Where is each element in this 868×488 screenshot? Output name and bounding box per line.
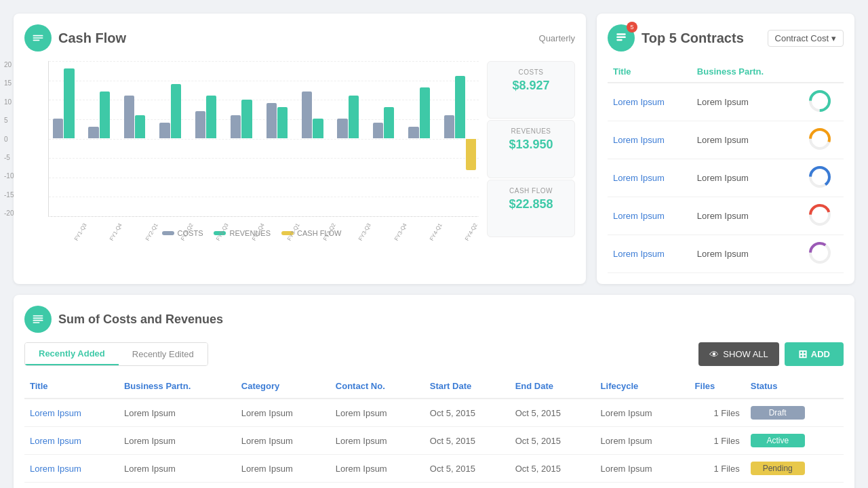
contract-donut: [796, 197, 844, 235]
contract-title[interactable]: Lorem Ipsum: [608, 235, 692, 273]
svg-rect-17: [33, 318, 43, 319]
contract-donut: [796, 121, 844, 159]
row-category: Lorem Ipsum: [236, 455, 330, 483]
row-category: Lorem Ipsum: [236, 483, 330, 489]
row-lifecycle: Lorem Ipsum: [595, 399, 690, 427]
cost-bar: [408, 127, 418, 138]
revenue-bar: [277, 107, 288, 138]
contracts-badge: 5: [627, 22, 637, 33]
quarterly-label: Quarterly: [539, 33, 575, 43]
cashflow-inner: 20 15 10 5 0 -5 -10 -15 -20: [24, 61, 575, 237]
summary-panel: COSTS $8.927 REVENUES $13.950 CASH FLOW …: [487, 61, 575, 237]
row-lifecycle: Lorem Ipsum: [595, 455, 690, 483]
contracts-col-title: Title: [608, 61, 692, 83]
dashboard: Cash Flow Quarterly 20 15 10 5 0 -5: [14, 14, 854, 488]
row-end: Oct 5, 2015: [510, 427, 595, 455]
row-start: Oct 5, 2015: [425, 427, 510, 455]
contracts-card: 5 Top 5 Contracts Contract Cost ▾ Title …: [597, 14, 854, 284]
cashflow-bar: [466, 139, 475, 170]
row-files: 1 Files: [690, 399, 745, 427]
show-all-button[interactable]: 👁 SHOW ALL: [698, 342, 778, 366]
tab-recently-added[interactable]: Recently Added: [25, 343, 119, 365]
contract-title[interactable]: Lorem Ipsum: [608, 197, 692, 235]
contract-row: Lorem Ipsum Lorem Ipsum: [608, 197, 844, 235]
tabs-and-actions: Recently Added Recently Edited 👁 SHOW AL…: [24, 342, 844, 366]
contract-row: Lorem Ipsum Lorem Ipsum: [608, 235, 844, 273]
row-category: Lorem Ipsum: [236, 427, 330, 455]
row-start: Oct 5, 2015: [425, 483, 510, 489]
col-title: Title: [24, 374, 119, 399]
top-row: Cash Flow Quarterly 20 15 10 5 0 -5: [14, 14, 854, 284]
contract-title[interactable]: Lorem Ipsum: [608, 83, 692, 121]
col-lifecycle: Lifecycle: [595, 374, 690, 399]
row-contact: Lorem Ipsum: [330, 483, 425, 489]
add-button[interactable]: ⊞ ADD: [785, 342, 844, 366]
bar-group: FY2-Q2: [158, 61, 191, 216]
cost-bar: [337, 119, 347, 138]
contract-row: Lorem Ipsum Lorem Ipsum: [608, 159, 844, 197]
table-row: Lorem Ipsum Lorem Ipsum Lorem Ipsum Lore…: [24, 455, 844, 483]
revenue-bar: [135, 115, 145, 139]
status-badge: Pending: [751, 462, 805, 475]
bar-group: FY1-Q3: [52, 61, 85, 216]
contract-donut: [796, 235, 844, 273]
chart-wrapper: 20 15 10 5 0 -5 -10 -15 -20: [24, 61, 479, 217]
bar-group: FY2-Q4: [229, 61, 262, 216]
row-title[interactable]: Lorem Ipsum: [24, 427, 119, 455]
table-row: Lorem Ipsum Lorem Ipsum Lorem Ipsum Lore…: [24, 399, 844, 427]
contract-partner: Lorem Ipsum: [692, 159, 796, 197]
chart-area: 20 15 10 5 0 -5 -10 -15 -20: [24, 61, 479, 237]
row-partner: Lorem Ipsum: [119, 399, 236, 427]
y-axis-labels: 20 15 10 5 0 -5 -10 -15 -20: [4, 61, 14, 217]
revenue-bar: [100, 92, 110, 138]
row-status: Terminated: [745, 483, 844, 489]
costs-dot: [162, 231, 174, 235]
bar-group: FY3-Q1: [265, 61, 298, 216]
col-partner: Business Partn.: [119, 374, 236, 399]
row-files: 1 Files: [690, 483, 745, 489]
svg-rect-2: [33, 40, 40, 41]
contract-partner: Lorem Ipsum: [692, 83, 796, 121]
bar-chart: FY1-Q3FY1-Q4FY2-Q1FY2-Q2FY2-Q3FY2-Q4FY3-…: [48, 61, 479, 217]
row-title[interactable]: Lorem Ipsum: [24, 483, 119, 489]
svg-rect-3: [616, 33, 625, 35]
contracts-col-partner: Business Partn.: [692, 61, 796, 83]
contracts-table: Title Business Partn. Lorem Ipsum Lorem …: [608, 61, 844, 273]
status-badge: Active: [751, 434, 805, 447]
col-status: Status: [745, 374, 844, 399]
revenue-bar: [241, 100, 252, 139]
bar-group: FY3-Q3: [336, 61, 369, 216]
col-files: Files: [690, 374, 745, 399]
contracts-header-left: 5 Top 5 Contracts: [608, 24, 744, 52]
cost-bar: [159, 123, 170, 138]
tab-recently-edited[interactable]: Recently Edited: [119, 343, 208, 365]
row-lifecycle: Lorem Ipsum: [595, 483, 690, 489]
cashflow-header: Cash Flow Quarterly: [24, 24, 575, 52]
row-end: Oct 5, 2015: [510, 399, 595, 427]
contract-cost-filter[interactable]: Contract Cost ▾: [768, 30, 844, 47]
revenue-bar: [455, 76, 465, 138]
cost-bar: [231, 115, 241, 139]
row-title[interactable]: Lorem Ipsum: [24, 455, 119, 483]
cost-bar: [88, 127, 98, 138]
contracts-col-chart: [796, 61, 844, 83]
status-badge: Draft: [751, 406, 805, 420]
row-status: Draft: [745, 399, 844, 427]
contract-title[interactable]: Lorem Ipsum: [608, 121, 692, 159]
row-end: Oct 5, 2015: [510, 483, 595, 489]
table-row: Lorem Ipsum Lorem Ipsum Lorem Ipsum Lore…: [24, 427, 844, 455]
cost-bar: [267, 103, 277, 138]
row-category: Lorem Ipsum: [236, 399, 330, 427]
svg-rect-18: [33, 320, 43, 321]
bar-group: FY4-Q1: [407, 61, 440, 216]
row-partner: Lorem Ipsum: [119, 455, 236, 483]
revenue-bar: [349, 96, 359, 138]
contract-title[interactable]: Lorem Ipsum: [608, 159, 692, 197]
row-title[interactable]: Lorem Ipsum: [24, 399, 119, 427]
col-start: Start Date: [425, 374, 510, 399]
bar-group: FY2-Q3: [194, 61, 227, 216]
cost-bar: [124, 96, 134, 138]
cost-bar: [444, 115, 454, 139]
contract-row: Lorem Ipsum Lorem Ipsum: [608, 83, 844, 121]
revenue-bar: [313, 119, 323, 138]
